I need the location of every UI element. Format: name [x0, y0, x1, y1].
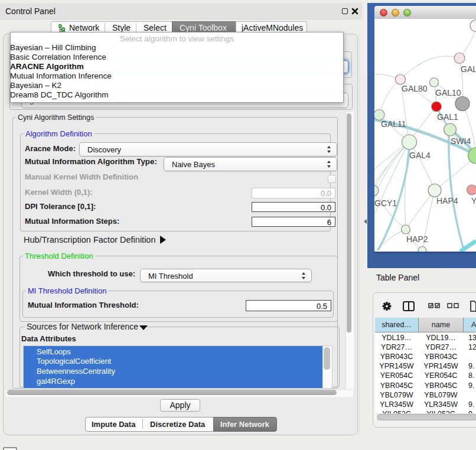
- svg-text:GAL10: GAL10: [435, 88, 461, 97]
- svg-text:SWI4: SWI4: [451, 136, 471, 146]
- svg-text:GAL11: GAL11: [381, 119, 406, 129]
- svg-text:GAL1: GAL1: [437, 112, 458, 122]
- svg-text:GCY1: GCY1: [374, 198, 397, 208]
- svg-text:GAL: GAL: [461, 64, 476, 74]
- svg-text:Y: Y: [471, 196, 476, 206]
- svg-text:HAP4: HAP4: [436, 196, 458, 206]
- svg-text:HAP2: HAP2: [406, 234, 428, 244]
- svg-text:GAL4: GAL4: [409, 151, 431, 160]
- svg-text:GAL80: GAL80: [402, 84, 428, 93]
